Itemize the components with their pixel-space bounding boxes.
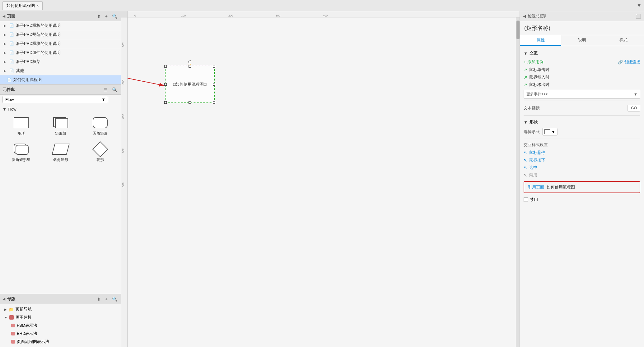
handle-mr[interactable]	[213, 83, 215, 86]
comp-label-rect: 矩形	[17, 131, 25, 136]
master-child-label: ERD表示法	[17, 331, 37, 336]
page-item[interactable]: ▶ 📄 其他	[0, 66, 121, 75]
comp-search-btn[interactable]: 🔍	[111, 87, 119, 93]
canvas-viewport[interactable]: 100 200 300 400 500 ▽	[121, 17, 520, 347]
page-doc-icon: 📄	[9, 32, 14, 37]
master-child-item[interactable]: ERD表示法	[2, 330, 119, 338]
disable-checkbox[interactable]	[524, 197, 528, 202]
comp-menu-btn[interactable]: ☰	[102, 87, 109, 93]
ruler-mark-300: 300	[276, 14, 280, 17]
masters-content: ▶ 📁 顶部导航 ▼ 画图建模 FSM表示法 ERD表示法	[0, 304, 121, 347]
masters-export-btn[interactable]: ⬆	[96, 296, 102, 302]
event-label-enter: 鼠标移入时	[529, 74, 549, 80]
selected-style-link[interactable]: 选中	[529, 165, 537, 170]
page-item-active[interactable]: 📄 如何使用流程图	[0, 75, 121, 84]
divider	[524, 101, 640, 101]
pages-search-btn[interactable]: 🔍	[111, 13, 119, 19]
pages-collapse-icon[interactable]: ◀	[2, 14, 5, 18]
comp-item-round-rect[interactable]: 圆角矩形	[82, 114, 119, 138]
hover-style-link[interactable]: 鼠标悬停	[529, 150, 545, 155]
pages-export-btn[interactable]: ⬆	[96, 13, 102, 19]
active-tab[interactable]: 如何使用流程图 ×	[2, 1, 43, 10]
ruler-mark-0: 0	[134, 14, 136, 17]
selected-style-row: ↖ 选中	[524, 164, 640, 171]
comp-item-rect[interactable]: 矩形	[2, 114, 40, 138]
tab-close-icon[interactable]: ×	[37, 4, 39, 7]
canvas-area[interactable]: 0 100 200 300 400 100 200 300 400 500	[121, 11, 520, 347]
page-item[interactable]: ▶ 📄 浪子PRD框架	[0, 57, 121, 66]
comp-item-diamond[interactable]: 菱形	[82, 140, 119, 164]
text-link-row: 文本链接 GO	[524, 103, 640, 113]
tab-description[interactable]: 说明	[561, 35, 603, 46]
disabled-style-link[interactable]: 禁用	[529, 172, 537, 178]
pages-add-btn[interactable]: +	[104, 13, 109, 19]
more-events-button[interactable]: 更多事件>>> ▼	[524, 90, 640, 99]
scrollbar-thumb[interactable]	[516, 21, 520, 39]
expand-arrow: ▶	[4, 24, 6, 27]
comp-group-collapse[interactable]: ▼	[2, 107, 7, 112]
comp-label-oblique: 斜角矩形	[53, 157, 68, 163]
expand-arrow: ▶	[4, 42, 6, 45]
comp-item-rect-group[interactable]: 矩形组	[42, 114, 79, 138]
masters-search-btn[interactable]: 🔍	[111, 296, 119, 302]
component-grid-area: ▼ Flow 矩形 矩形组	[0, 104, 121, 294]
widget-title: (矩形名称)	[524, 25, 550, 31]
canvas-shape[interactable]: ▽ □如何使用流程图□	[165, 66, 215, 103]
shape-collapse-icon[interactable]: ▼	[524, 120, 528, 125]
masters-collapse-icon[interactable]: ◀	[2, 297, 5, 301]
right-panel-back-icon[interactable]: ◀	[523, 14, 526, 18]
page-item[interactable]: ▶ 📄 浪子PRD模块的使用说明	[0, 39, 121, 48]
master-child-item[interactable]: 页面流程图表示法	[2, 338, 119, 346]
page-item[interactable]: ▶ 📄 浪子PRD规范的使用说明	[0, 30, 121, 39]
tab-style[interactable]: 样式	[603, 35, 644, 46]
components-title: 元件库	[2, 87, 15, 93]
ref-page-link[interactable]: 引用页面	[528, 184, 544, 190]
add-case-link[interactable]: + 添加用例	[524, 59, 544, 65]
handle-bl[interactable]	[164, 101, 167, 104]
page-item[interactable]: ▶ 📄 浪子PRD模板的使用说明	[0, 21, 121, 30]
right-panel-tabs: 属性 说明 样式	[520, 35, 644, 46]
diamond-icon	[92, 141, 108, 157]
master-item-diagram[interactable]: ▼ 画图建模	[2, 313, 119, 321]
handle-tl[interactable]	[164, 65, 167, 68]
shape-select-box[interactable]: ▼	[542, 128, 558, 135]
text-link-go-btn[interactable]: GO	[628, 105, 640, 112]
master-child-item[interactable]: FSM表示法	[2, 321, 119, 330]
handle-bm[interactable]	[189, 101, 191, 104]
canvas-shape-wrapper[interactable]: ▽ □如何使用流程图□	[165, 66, 215, 103]
vertical-scrollbar[interactable]	[516, 17, 520, 347]
master-item-label: 顶部导航	[16, 307, 32, 312]
comp-item-round-rect-group[interactable]: 圆角矩形组	[2, 140, 40, 164]
mousedown-style-link[interactable]: 鼠标按下	[529, 157, 545, 163]
handle-tm[interactable]	[189, 65, 191, 68]
interaction-section-header: ▼ 交互	[524, 49, 640, 58]
maximize-icon[interactable]: ⬜	[636, 14, 641, 19]
event-arrow-icon: ↗	[524, 67, 527, 72]
tab-properties[interactable]: 属性	[520, 35, 561, 46]
handle-tr[interactable]	[213, 65, 215, 68]
page-item-label: 浪子PRD框架	[16, 59, 40, 64]
canvas-shape-text: □如何使用流程图□	[173, 82, 207, 87]
handle-ml[interactable]	[164, 83, 167, 86]
ruler-mark-100: 100	[181, 14, 186, 17]
handle-br[interactable]	[213, 101, 215, 104]
master-child-label: 页面流程图表示法	[17, 339, 49, 345]
masters-add-btn[interactable]: +	[104, 296, 109, 302]
comp-group-label: ▼ Flow	[2, 107, 119, 112]
master-item-nav[interactable]: ▶ 📁 顶部导航	[2, 305, 119, 313]
event-arrow-icon: ↗	[524, 75, 527, 80]
canvas-white[interactable]: ▽ □如何使用流程图□	[128, 17, 520, 347]
page-item[interactable]: ▶ 📄 浪子PRD组件的使用说明	[0, 48, 121, 57]
tab-dropdown-icon[interactable]: ▼	[637, 3, 642, 8]
create-link-link[interactable]: 🔗 创建连接	[618, 59, 640, 65]
ruler-v-mark-400: 400	[122, 148, 125, 153]
round-rect-group-icon	[14, 144, 29, 155]
expand-arrow: ▶	[4, 51, 6, 55]
rotation-handle[interactable]	[188, 60, 191, 63]
component-dropdown[interactable]: Flow ▼	[2, 96, 108, 103]
expand-arrow: ▶	[4, 69, 6, 73]
tab-bar: 如何使用流程图 × ▼	[0, 0, 644, 11]
ref-page-text: 如何使用流程图	[547, 184, 575, 190]
comp-item-oblique[interactable]: 斜角矩形	[42, 140, 79, 164]
interaction-collapse-icon[interactable]: ▼	[524, 51, 528, 56]
